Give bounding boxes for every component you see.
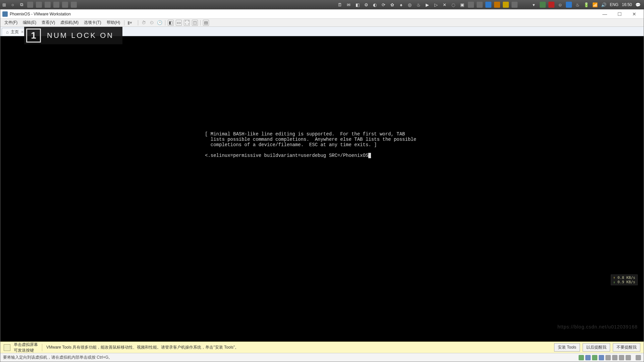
snapshot-manager-icon[interactable]: 🕑 xyxy=(157,20,163,26)
view-unity-icon[interactable]: ◫ xyxy=(192,20,198,26)
vmware-taskbar-icon[interactable] xyxy=(494,2,500,8)
menu-view[interactable]: 查看(V) xyxy=(39,20,58,25)
tray-small-icon[interactable]: ♨ xyxy=(574,1,582,9)
console-line: [ Minimal BASH-like line editing is supp… xyxy=(205,131,405,137)
snapshot-icon[interactable]: ⏱ xyxy=(141,20,147,26)
pinned-app-icon[interactable] xyxy=(36,2,42,8)
device-display-icon[interactable] xyxy=(619,355,624,360)
ime-indicator[interactable]: ENG xyxy=(608,2,620,7)
tray-icon[interactable]: ♨ xyxy=(415,1,423,9)
tray-icon[interactable]: ▶ xyxy=(423,1,431,9)
vmware-window: PhoenixOS - VMware Workstation — ☐ ✕ 文件(… xyxy=(0,9,644,362)
view-stretch-icon[interactable]: ▭ xyxy=(176,20,182,26)
tray-small-icon[interactable] xyxy=(548,2,554,8)
power-dropdown-icon[interactable]: ▮▾ xyxy=(127,20,133,26)
menu-help[interactable]: 帮助(H) xyxy=(104,20,123,25)
message-log-icon[interactable] xyxy=(636,355,641,360)
status-device-icons xyxy=(579,355,641,360)
app-icon xyxy=(2,11,8,17)
hint-left-text: 单击虚拟屏幕 可发送按键 xyxy=(14,342,38,353)
pinned-app-icon[interactable] xyxy=(62,2,68,8)
clock[interactable]: 16:50 xyxy=(621,2,633,7)
device-misc-icon[interactable] xyxy=(626,355,631,360)
start-icon[interactable]: ⊞ xyxy=(0,1,8,9)
remind-later-button[interactable]: 以后提醒我 xyxy=(583,343,610,352)
minimize-button[interactable]: — xyxy=(597,10,612,18)
osd-text: NUM LOCK ON xyxy=(47,31,114,40)
menu-file[interactable]: 文件(F) xyxy=(2,20,20,25)
device-net-icon[interactable] xyxy=(592,355,597,360)
menu-tabs[interactable]: 选项卡(T) xyxy=(81,20,104,25)
statusbar: 要将输入定向到该虚拟机，请在虚拟机内部单击或按 Ctrl+G。 xyxy=(0,353,644,362)
view-library-icon[interactable]: ▤ xyxy=(203,20,209,26)
view-console-icon[interactable]: ◧ xyxy=(168,20,174,26)
close-button[interactable]: ✕ xyxy=(627,10,642,18)
cortana-icon[interactable]: ○ xyxy=(9,1,17,9)
grub-console: [ Minimal BASH-like line editing is supp… xyxy=(205,126,416,164)
vmware-tools-hintbar: 单击虚拟屏幕 可发送按键 VMware Tools 具有很多功能，能改善鼠标移动… xyxy=(0,342,644,353)
pinned-app-icon[interactable] xyxy=(45,2,51,8)
tray-icon[interactable]: 🗓 xyxy=(336,1,344,9)
os-taskbar-right: 🗓 ✉ ◧ ⚙ ◐ ⟳ ✿ ♠ ◎ ♨ ▶ ▷ ✕ ◌ ▣ ▾ ☺ ♨ 🔋 📶 … xyxy=(336,0,644,9)
network-icon[interactable]: 📶 xyxy=(591,1,599,9)
tray-icon[interactable]: ◐ xyxy=(371,1,379,9)
tray-app-icon[interactable] xyxy=(512,2,518,8)
separator xyxy=(42,344,42,351)
tray-small-icon[interactable] xyxy=(540,2,546,8)
tray-icon[interactable]: ◌ xyxy=(449,1,458,9)
watermark: https://blog.csdn.net/u012039168 xyxy=(557,324,638,329)
tray-icon[interactable]: ◎ xyxy=(406,1,414,9)
hint-icon xyxy=(4,344,10,351)
separator xyxy=(138,20,138,25)
separator xyxy=(124,20,124,25)
window-controls: — ☐ ✕ xyxy=(597,10,642,18)
menu-vm[interactable]: 虚拟机(M) xyxy=(58,20,81,25)
tray-icon[interactable]: ⚙ xyxy=(362,1,370,9)
install-tools-button[interactable]: 安装 Tools xyxy=(554,343,580,352)
hint-left-line2: 可发送按键 xyxy=(14,348,38,353)
device-sound-icon[interactable] xyxy=(605,355,611,360)
tray-icon[interactable]: ✉ xyxy=(345,1,353,9)
never-remind-button[interactable]: 不要提醒我 xyxy=(613,343,640,352)
tray-app-icon[interactable] xyxy=(468,2,474,8)
taskview-icon[interactable]: ⧉ xyxy=(17,1,25,9)
hint-message: VMware Tools 具有很多功能，能改善鼠标移动性、视频和性能。请登录客户… xyxy=(46,345,239,350)
view-fullscreen-icon[interactable]: ⛶ xyxy=(184,20,190,26)
pinned-app-icon[interactable] xyxy=(53,2,59,8)
menubar: 文件(F) 编辑(E) 查看(V) 虚拟机(M) 选项卡(T) 帮助(H) ▮▾… xyxy=(0,19,644,27)
separator xyxy=(200,20,201,25)
device-hdd-icon[interactable] xyxy=(579,355,584,360)
device-cd-icon[interactable] xyxy=(585,355,591,360)
device-usb-icon[interactable] xyxy=(599,355,604,360)
device-printer-icon[interactable] xyxy=(612,355,618,360)
tray-icon[interactable]: ♠ xyxy=(397,1,405,9)
snapshot-revert-icon[interactable]: ⏲ xyxy=(149,20,155,26)
tray-icon[interactable]: ✕ xyxy=(441,1,449,9)
tray-icon[interactable]: ⟳ xyxy=(380,1,388,9)
maximize-button[interactable]: ☐ xyxy=(612,10,627,18)
tray-small-icon[interactable] xyxy=(566,2,572,8)
pinned-app-icon[interactable] xyxy=(27,2,33,8)
tab-close-icon[interactable]: ✕ xyxy=(21,30,24,34)
os-taskbar-left: ⊞ ○ ⧉ xyxy=(0,0,78,9)
tray-app-icon[interactable] xyxy=(477,2,483,8)
tray-icon[interactable]: ◧ xyxy=(354,1,362,9)
edge-icon[interactable] xyxy=(485,2,491,8)
tray-chevron-icon[interactable]: ▾ xyxy=(530,1,538,9)
hint-actions: 安装 Tools 以后提醒我 不要提醒我 xyxy=(554,343,640,352)
tray-icon[interactable]: ▷ xyxy=(432,1,440,9)
separator xyxy=(165,20,165,25)
tray-icon[interactable]: ✿ xyxy=(388,1,396,9)
netspeed-overlay: 0.8 KB/s 0.9 KB/s xyxy=(611,275,638,285)
menu-edit[interactable]: 编辑(E) xyxy=(20,20,39,25)
action-center-icon[interactable]: 💬 xyxy=(634,1,642,9)
volume-icon[interactable]: 🔊 xyxy=(600,1,608,9)
vm-guest-display[interactable]: [ Minimal BASH-like line editing is supp… xyxy=(0,36,644,342)
battery-icon[interactable]: 🔋 xyxy=(582,1,590,9)
tray-icon[interactable]: ▣ xyxy=(458,1,466,9)
hint-left-line1: 单击虚拟屏幕 xyxy=(14,342,38,348)
pinned-app-icon[interactable] xyxy=(71,2,77,8)
tray-small-icon[interactable]: ☺ xyxy=(556,1,564,9)
explorer-icon[interactable] xyxy=(503,2,509,8)
console-prompt: <.selinux=permissive buildvariant=userde… xyxy=(205,153,368,158)
